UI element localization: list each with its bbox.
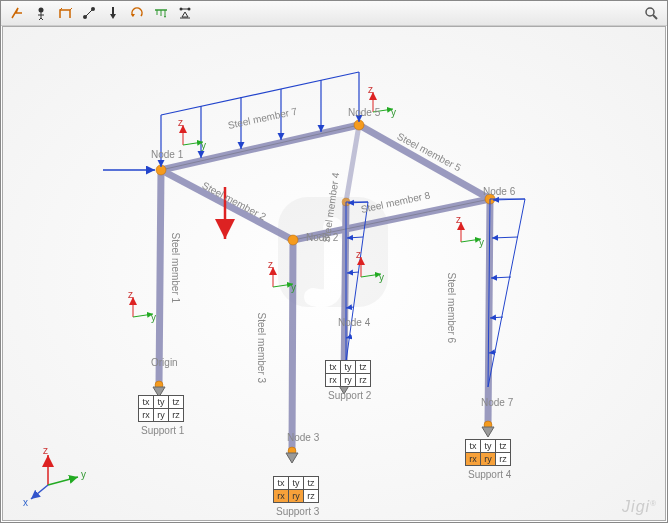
zoom-extents-icon[interactable]: [641, 3, 661, 23]
svg-line-60: [133, 314, 153, 317]
node-label: Node 1: [151, 149, 183, 160]
tool-member-icon[interactable]: [79, 3, 99, 23]
local-axis-y: y: [201, 140, 206, 151]
tool-point-load-icon[interactable]: [103, 3, 123, 23]
svg-line-53: [491, 277, 511, 278]
node-label: Node 5: [348, 107, 380, 118]
member-label: Steel member 1: [170, 233, 181, 304]
support-dof-table: txtytzrxryrz: [465, 439, 511, 466]
support-label: Support 2: [328, 390, 371, 401]
local-axis-y: y: [379, 272, 384, 283]
global-axis-y: y: [81, 469, 86, 480]
node-label: Node 3: [287, 432, 319, 443]
tool-support-icon[interactable]: [175, 3, 195, 23]
node-label: Node 4: [338, 317, 370, 328]
support-label: Support 3: [276, 506, 319, 517]
node-label: Node 6: [483, 186, 515, 197]
global-axis-z: z: [43, 445, 48, 456]
svg-point-0: [39, 8, 44, 13]
svg-line-64: [273, 284, 293, 287]
svg-line-21: [161, 170, 293, 240]
svg-line-57: [48, 477, 78, 485]
local-axis-y: y: [151, 312, 156, 323]
member-label: Steel member 3: [256, 313, 267, 384]
svg-line-14: [653, 15, 657, 19]
local-axis-z: z: [268, 259, 273, 270]
local-axis-z: z: [456, 214, 461, 225]
svg-line-22: [359, 125, 490, 199]
local-axis-z: z: [178, 117, 183, 128]
svg-line-62: [183, 142, 203, 145]
tool-frame-icon[interactable]: [55, 3, 75, 23]
svg-line-47: [347, 237, 363, 238]
svg-line-25: [346, 125, 359, 202]
local-axis-y: y: [479, 237, 484, 248]
svg-line-66: [361, 274, 381, 277]
support-dof-table: txtytzrxryrz: [273, 476, 319, 503]
viewport-3d[interactable]: zyzyzyzyzyzy OriginNode 1Node 2Node 3Nod…: [2, 26, 666, 521]
tool-select-icon[interactable]: [7, 3, 27, 23]
support-label: Support 4: [468, 469, 511, 480]
support-dof-table: txtytzrxryrz: [138, 395, 184, 422]
svg-line-52: [492, 237, 518, 238]
tool-node-icon[interactable]: [31, 3, 51, 23]
svg-line-17: [159, 170, 161, 385]
local-axis-y: y: [291, 282, 296, 293]
support-dof-table: txtytzrxryrz: [325, 360, 371, 387]
structure-canvas: [3, 27, 666, 521]
node-label: Origin: [151, 357, 178, 368]
member-label: Steel member 6: [446, 273, 457, 344]
local-axis-y: y: [391, 107, 396, 118]
node-label: Node 7: [481, 397, 513, 408]
tool-dist-load-icon[interactable]: [151, 3, 171, 23]
local-axis-z: z: [356, 249, 361, 260]
support-label: Support 1: [141, 425, 184, 436]
svg-line-58: [31, 485, 48, 499]
app-window: zyzyzyzyzyzy OriginNode 1Node 2Node 3Nod…: [0, 0, 668, 523]
svg-line-3: [86, 10, 92, 16]
svg-line-70: [461, 239, 481, 242]
svg-point-13: [646, 8, 654, 16]
svg-point-29: [288, 235, 298, 245]
toolbar: [1, 1, 667, 26]
local-axis-z: z: [128, 289, 133, 300]
brand-label: Jigi®: [622, 498, 657, 516]
tool-moment-icon[interactable]: [127, 3, 147, 23]
local-axis-z: z: [368, 84, 373, 95]
global-axis-x: x: [23, 497, 28, 508]
svg-line-37: [161, 72, 359, 115]
